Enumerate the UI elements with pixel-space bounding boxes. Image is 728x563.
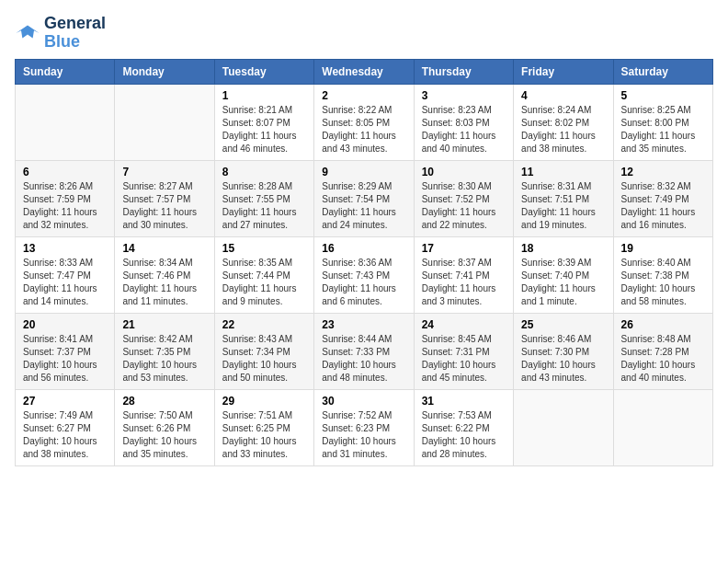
day-detail: Sunrise: 8:25 AMSunset: 8:00 PMDaylight:… [621,104,705,155]
day-number: 6 [23,166,107,178]
day-cell: 18 Sunrise: 8:39 AMSunset: 7:40 PMDaylig… [514,236,613,313]
day-cell: 30 Sunrise: 7:52 AMSunset: 6:23 PMDaylig… [314,389,414,465]
day-cell: 21 Sunrise: 8:42 AMSunset: 7:35 PMDaylig… [115,313,214,389]
day-cell: 12 Sunrise: 8:32 AMSunset: 7:49 PMDaylig… [613,160,712,236]
day-cell: 7 Sunrise: 8:27 AMSunset: 7:57 PMDayligh… [115,160,214,236]
day-number: 12 [621,166,705,178]
day-number: 9 [322,166,405,178]
day-number: 8 [222,166,306,178]
day-number: 14 [122,242,206,255]
header-cell-saturday: Saturday [613,59,712,84]
day-cell: 25 Sunrise: 8:46 AMSunset: 7:30 PMDaylig… [514,313,613,389]
day-detail: Sunrise: 8:33 AMSunset: 7:47 PMDaylight:… [23,257,107,308]
day-number: 1 [222,89,306,102]
day-number: 3 [422,89,506,102]
header-cell-tuesday: Tuesday [214,59,313,84]
day-number: 28 [122,395,206,408]
day-number: 13 [23,242,107,255]
day-cell: 19 Sunrise: 8:40 AMSunset: 7:38 PMDaylig… [613,236,712,313]
day-number: 27 [23,395,107,408]
day-detail: Sunrise: 8:41 AMSunset: 7:37 PMDaylight:… [23,333,107,385]
day-detail: Sunrise: 8:29 AMSunset: 7:54 PMDaylight:… [322,180,405,232]
day-detail: Sunrise: 7:53 AMSunset: 6:22 PMDaylight:… [422,409,506,461]
day-number: 31 [422,395,506,408]
day-cell: 16 Sunrise: 8:36 AMSunset: 7:43 PMDaylig… [314,236,414,313]
header-cell-wednesday: Wednesday [314,59,414,84]
day-cell: 20 Sunrise: 8:41 AMSunset: 7:37 PMDaylig… [16,313,115,389]
day-number: 10 [422,166,506,178]
day-number: 11 [521,166,605,178]
day-detail: Sunrise: 8:35 AMSunset: 7:44 PMDaylight:… [222,257,306,308]
day-detail: Sunrise: 8:39 AMSunset: 7:40 PMDaylight:… [521,257,605,308]
day-number: 17 [422,242,506,255]
day-number: 15 [222,242,306,255]
logo-icon [15,20,40,46]
day-cell: 5 Sunrise: 8:25 AMSunset: 8:00 PMDayligh… [613,84,712,160]
day-detail: Sunrise: 8:21 AMSunset: 8:07 PMDaylight:… [222,104,306,155]
day-detail: Sunrise: 7:52 AMSunset: 6:23 PMDaylight:… [322,409,405,461]
day-cell: 4 Sunrise: 8:24 AMSunset: 8:02 PMDayligh… [514,84,613,160]
day-detail: Sunrise: 8:27 AMSunset: 7:57 PMDaylight:… [122,180,206,232]
day-number: 29 [222,395,306,408]
week-row-2: 6 Sunrise: 8:26 AMSunset: 7:59 PMDayligh… [16,160,713,236]
day-number: 21 [122,318,206,331]
day-cell: 6 Sunrise: 8:26 AMSunset: 7:59 PMDayligh… [16,160,115,236]
day-number: 23 [322,318,405,331]
day-cell: 1 Sunrise: 8:21 AMSunset: 8:07 PMDayligh… [214,84,313,160]
day-number: 22 [222,318,306,331]
day-number: 19 [621,242,705,255]
day-detail: Sunrise: 8:34 AMSunset: 7:46 PMDaylight:… [122,257,206,308]
calendar-table: SundayMondayTuesdayWednesdayThursdayFrid… [15,59,713,466]
day-detail: Sunrise: 7:49 AMSunset: 6:27 PMDaylight:… [23,409,107,461]
day-cell: 13 Sunrise: 8:33 AMSunset: 7:47 PMDaylig… [16,236,115,313]
week-row-1: 1 Sunrise: 8:21 AMSunset: 8:07 PMDayligh… [16,84,713,160]
week-row-5: 27 Sunrise: 7:49 AMSunset: 6:27 PMDaylig… [16,389,713,465]
day-cell: 3 Sunrise: 8:23 AMSunset: 8:03 PMDayligh… [414,84,513,160]
week-row-3: 13 Sunrise: 8:33 AMSunset: 7:47 PMDaylig… [16,236,713,313]
day-cell: 27 Sunrise: 7:49 AMSunset: 6:27 PMDaylig… [16,389,115,465]
day-detail: Sunrise: 7:51 AMSunset: 6:25 PMDaylight:… [222,409,306,461]
day-detail: Sunrise: 8:23 AMSunset: 8:03 PMDaylight:… [422,104,506,155]
day-cell [514,389,613,465]
day-cell: 14 Sunrise: 8:34 AMSunset: 7:46 PMDaylig… [115,236,214,313]
day-cell: 11 Sunrise: 8:31 AMSunset: 7:51 PMDaylig… [514,160,613,236]
day-detail: Sunrise: 8:24 AMSunset: 8:02 PMDaylight:… [521,104,605,155]
day-detail: Sunrise: 8:42 AMSunset: 7:35 PMDaylight:… [122,333,206,385]
day-number: 5 [621,89,705,102]
day-number: 16 [322,242,405,255]
day-detail: Sunrise: 8:43 AMSunset: 7:34 PMDaylight:… [222,333,306,385]
day-cell: 22 Sunrise: 8:43 AMSunset: 7:34 PMDaylig… [214,313,313,389]
day-detail: Sunrise: 8:45 AMSunset: 7:31 PMDaylight:… [422,333,506,385]
day-detail: Sunrise: 8:32 AMSunset: 7:49 PMDaylight:… [621,180,705,232]
week-row-4: 20 Sunrise: 8:41 AMSunset: 7:37 PMDaylig… [16,313,713,389]
day-number: 4 [521,89,605,102]
day-cell: 10 Sunrise: 8:30 AMSunset: 7:52 PMDaylig… [414,160,513,236]
day-cell: 9 Sunrise: 8:29 AMSunset: 7:54 PMDayligh… [314,160,414,236]
logo: General Blue [15,15,106,52]
day-detail: Sunrise: 8:30 AMSunset: 7:52 PMDaylight:… [422,180,506,232]
day-cell: 8 Sunrise: 8:28 AMSunset: 7:55 PMDayligh… [214,160,313,236]
day-detail: Sunrise: 8:22 AMSunset: 8:05 PMDaylight:… [322,104,405,155]
day-number: 2 [322,89,405,102]
day-cell: 26 Sunrise: 8:48 AMSunset: 7:28 PMDaylig… [613,313,712,389]
day-cell: 23 Sunrise: 8:44 AMSunset: 7:33 PMDaylig… [314,313,414,389]
day-number: 20 [23,318,107,331]
day-cell: 31 Sunrise: 7:53 AMSunset: 6:22 PMDaylig… [414,389,513,465]
day-number: 26 [621,318,705,331]
svg-marker-0 [16,25,39,38]
header-cell-sunday: Sunday [16,59,115,84]
day-cell: 17 Sunrise: 8:37 AMSunset: 7:41 PMDaylig… [414,236,513,313]
day-detail: Sunrise: 8:46 AMSunset: 7:30 PMDaylight:… [521,333,605,385]
day-detail: Sunrise: 8:48 AMSunset: 7:28 PMDaylight:… [621,333,705,385]
day-cell [16,84,115,160]
day-cell: 24 Sunrise: 8:45 AMSunset: 7:31 PMDaylig… [414,313,513,389]
day-cell: 28 Sunrise: 7:50 AMSunset: 6:26 PMDaylig… [115,389,214,465]
day-cell [613,389,712,465]
header-cell-thursday: Thursday [414,59,513,84]
day-cell: 29 Sunrise: 7:51 AMSunset: 6:25 PMDaylig… [214,389,313,465]
header-cell-friday: Friday [514,59,613,84]
day-number: 30 [322,395,405,408]
day-detail: Sunrise: 8:36 AMSunset: 7:43 PMDaylight:… [322,257,405,308]
day-detail: Sunrise: 7:50 AMSunset: 6:26 PMDaylight:… [122,409,206,461]
day-number: 25 [521,318,605,331]
